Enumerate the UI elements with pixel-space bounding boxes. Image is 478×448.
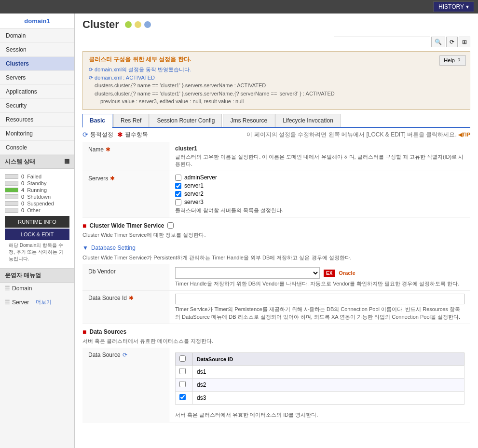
- name-value: cluster1: [175, 145, 464, 152]
- content-area: Cluster 🔍 ⟳ ⊞ Help ？ 클러스터 구성을 위한 세부 설정을 …: [75, 14, 478, 448]
- sidebar-item-session[interactable]: Session: [0, 43, 74, 57]
- db-vendor-label: Db Vendor: [82, 264, 169, 290]
- notice-box: Help ？ 클러스터 구성을 위한 세부 설정을 한다. ⟳ domain.x…: [82, 51, 470, 110]
- server-check-server2[interactable]: [175, 191, 181, 197]
- tab-session-router[interactable]: Session Router Config: [150, 114, 222, 127]
- datasource-id-desc: Timer Service가 Timer의 Persistence를 제공하기 …: [175, 306, 464, 321]
- datasource-id-label: Data Source Id ✱: [82, 291, 169, 324]
- table-row: ds2: [176, 379, 464, 392]
- tabs: Basic Res Ref Session Router Config Jms …: [82, 114, 470, 128]
- sync-icon: ⟳: [82, 131, 88, 138]
- main-layout: domain1 Domain Session Clusters Servers …: [0, 14, 478, 448]
- datasource-label: Data Source ⟳: [82, 348, 169, 421]
- dynamic-setting-btn[interactable]: ⟳ 동적설정: [82, 131, 113, 139]
- dot-yellow: [135, 21, 141, 28]
- tab-basic[interactable]: Basic: [82, 114, 112, 128]
- sidebar-item-monitoring[interactable]: Monitoring: [0, 127, 74, 141]
- ds1-checkbox[interactable]: [179, 368, 186, 374]
- server-check-server1[interactable]: [175, 183, 181, 189]
- cluster-timer-header: ■ Cluster Wide Timer Service: [82, 218, 470, 231]
- db-vendor-row: EX Oracle: [175, 267, 464, 279]
- ds-check-header: [176, 353, 193, 366]
- runtime-info-button[interactable]: RUNTIME INFO: [5, 216, 69, 228]
- help-button[interactable]: Help ？: [439, 55, 466, 66]
- tab-lifecycle[interactable]: Lifecycle Invocation: [275, 114, 341, 127]
- database-setting-header[interactable]: ▼ Database Setting: [82, 242, 470, 254]
- export-button[interactable]: ⊞: [459, 37, 470, 47]
- tab-jms-resource[interactable]: Jms Resource: [223, 114, 274, 127]
- servers-checkbox-group: adminServer server1 server2 server3: [175, 174, 464, 205]
- lock-edit-button[interactable]: LOCK & EDIT: [5, 229, 69, 240]
- dot-green: [125, 21, 132, 28]
- db-vendor-value-cell: EX Oracle Timer Handle을 저장하기 위한 DB의 Vend…: [169, 264, 470, 290]
- form-row-db-vendor: Db Vendor EX Oracle Timer Handle을 저장하기 위…: [82, 264, 470, 291]
- sidebar-item-console[interactable]: Console: [0, 141, 74, 155]
- ds2-id-cell: ds2: [193, 379, 464, 392]
- required-star-servers: ✱: [110, 175, 115, 182]
- ds-id-header: DataSource ID: [193, 353, 464, 366]
- sidebar-item-servers[interactable]: Servers: [0, 71, 74, 85]
- toolbar-tip: 이 페이지의 설정을 수정하려면 왼쪽 메뉴에서 [LOCK & EDIT] 버…: [246, 131, 470, 139]
- search-button[interactable]: 🔍: [431, 37, 445, 47]
- chevron-down-icon: ▾: [466, 3, 469, 10]
- servers-value-cell: adminServer server1 server2 server3: [169, 171, 470, 217]
- required-item-btn[interactable]: ✱ 필수항목: [117, 131, 148, 139]
- sidebar-manual-server[interactable]: ☰ Server 더보기: [0, 294, 74, 310]
- tab-res-ref[interactable]: Res Ref: [113, 114, 149, 127]
- collapse-icon: ▼: [82, 244, 88, 251]
- sidebar-status-section: 시스템 상태 ▦: [0, 155, 74, 169]
- datasource-refresh-icon[interactable]: ⟳: [123, 352, 127, 358]
- server-row-server3: server3: [175, 199, 464, 205]
- notice-line-5: previous value : server3, edited value :…: [89, 97, 464, 106]
- sidebar-item-security[interactable]: Security: [0, 99, 74, 113]
- header-dots: [125, 21, 151, 28]
- top-bar: HISTORY ▾: [0, 0, 478, 14]
- ds3-checkbox[interactable]: [179, 394, 186, 400]
- sidebar-item-clusters[interactable]: Clusters: [0, 57, 74, 71]
- ds3-check-cell: [176, 392, 193, 405]
- dot-blue: [144, 21, 151, 28]
- form-row-datasource-id: Data Source Id ✱ Timer Service가 Timer의 P…: [82, 291, 470, 324]
- data-sources-header: ■ Data Sources: [82, 324, 470, 338]
- search-input[interactable]: [334, 37, 430, 47]
- notice-line-2: ⟳ domain.xml : ACTIVATED: [89, 74, 464, 82]
- history-button[interactable]: HISTORY ▾: [433, 1, 474, 12]
- server-row-server2: server2: [175, 190, 464, 197]
- ds2-checkbox[interactable]: [179, 381, 186, 387]
- sidebar: domain1 Domain Session Clusters Servers …: [0, 14, 75, 448]
- datasource-id-input[interactable]: [175, 294, 464, 304]
- required-star-name: ✱: [106, 146, 110, 153]
- export-icon: ⊞: [462, 39, 467, 45]
- server-check-server3[interactable]: [175, 199, 181, 205]
- sidebar-domain-label[interactable]: domain1: [0, 14, 74, 29]
- datasource-table: DataSource ID ds1 ds2: [175, 353, 464, 405]
- ds3-id-cell: ds3: [193, 392, 464, 405]
- data-sources-desc: 서버 혹은 클러스터에서 유효한 데이터소스를 지정한다.: [82, 338, 470, 348]
- required-star-ds: ✱: [129, 295, 134, 301]
- refresh-button[interactable]: ⟳: [446, 37, 458, 47]
- name-desc: 클러스터의 고유한 이름을 설정한다. 이 이름은 도메인 내에서 유일해야 하…: [175, 153, 464, 168]
- search-bar: 🔍 ⟳ ⊞: [75, 35, 478, 49]
- sidebar-item-resources[interactable]: Resources: [0, 113, 74, 127]
- timer-checkbox[interactable]: [167, 222, 174, 229]
- refresh-icon: ⟳: [450, 39, 454, 45]
- status-box: 0Failed 0Standby 4Running 0Shutdown 0Sus…: [0, 169, 74, 269]
- server-check-adminserver[interactable]: [175, 175, 181, 181]
- sidebar-item-domain[interactable]: Domain: [0, 29, 74, 43]
- form-row-servers: Servers ✱ adminServer server1: [82, 171, 470, 217]
- db-vendor-select[interactable]: [175, 267, 320, 279]
- servers-desc: 클러스터에 참여할 서버들의 목록을 설정한다.: [175, 207, 464, 214]
- ds-select-all[interactable]: [179, 355, 186, 362]
- datasource-id-value-cell: Timer Service가 Timer의 Persistence를 제공하기 …: [169, 291, 470, 324]
- sidebar-item-applications[interactable]: Applications: [0, 85, 74, 99]
- sidebar-manual-domain[interactable]: ☰ Domain: [0, 283, 74, 294]
- lock-note: 해당 Domain의 항목을 수정, 추가 또는 삭제하는 기능입니다.: [5, 240, 69, 264]
- status-toggle-icon[interactable]: ▦: [64, 158, 69, 164]
- table-row: ds3: [176, 392, 464, 405]
- more-link[interactable]: 더보기: [31, 297, 56, 308]
- name-label: Name ✱: [82, 142, 169, 171]
- servers-label: Servers ✱: [82, 171, 169, 217]
- page-title: Cluster: [82, 18, 119, 31]
- timer-icon: ■: [82, 222, 86, 230]
- doc-icon: ☰: [5, 285, 10, 292]
